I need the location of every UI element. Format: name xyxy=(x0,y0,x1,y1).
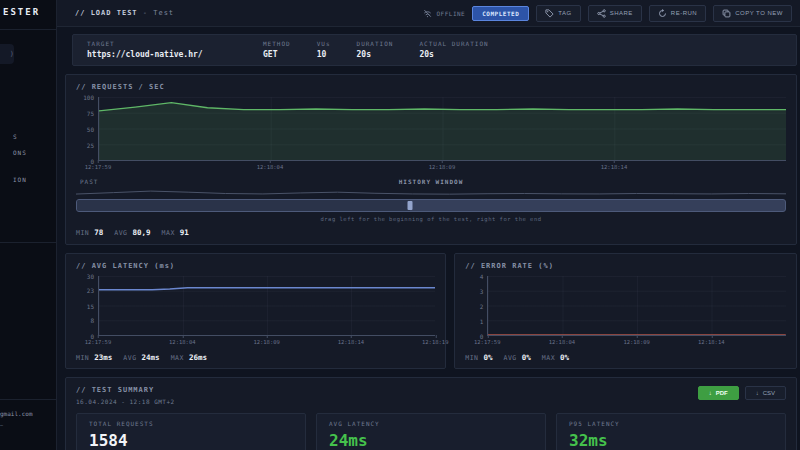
latency-line-series xyxy=(99,276,435,335)
secondary-charts-row: // AVG LATENCY (ms) 30231580 12:17:5912:… xyxy=(65,245,797,369)
requests-y-axis: 1007550250 xyxy=(76,97,98,161)
max-label: MAX xyxy=(542,354,555,362)
summary-title-block: // TEST SUMMARY 16.04.2024 - 12:18 GMT+2 xyxy=(76,386,175,405)
download-icon: ↓ xyxy=(756,390,759,396)
pdf-button-label: PDF xyxy=(716,390,728,396)
error-rate-panel: // ERROR RATE (%) 43210 12:17:5912:18:04… xyxy=(454,253,797,369)
error-x-axis: 12:17:5912:18:0412:18:0912:18:14 xyxy=(487,336,786,347)
error-chart-title: // ERROR RATE (%) xyxy=(465,262,786,270)
sidebar-cutoff-chip[interactable]: ) xyxy=(0,44,14,64)
target-header: TARGET xyxy=(87,40,237,47)
total-requests-card: TOTAL REQUESTS 1584 xyxy=(76,413,306,450)
vus-column: VUs 10 xyxy=(317,40,331,59)
summary-actions: ↓ PDF ↓ CSV xyxy=(698,386,786,400)
duration-value: 20s xyxy=(357,50,394,59)
share-button-label: SHARE xyxy=(610,10,633,16)
avg-latency-card: AVG LATENCY 24ms xyxy=(316,413,546,450)
history-sparkline xyxy=(76,188,786,199)
avg-latency-value: 24ms xyxy=(329,431,533,450)
latency-min-value: 23ms xyxy=(94,353,112,362)
sidebar-item-fragment-1[interactable]: S xyxy=(13,133,18,140)
target-value: https://cloud-native.hr/ xyxy=(87,50,237,59)
summary-title: // TEST SUMMARY xyxy=(76,386,175,394)
history-window-label: HISTORY WINDOW xyxy=(399,178,464,185)
sidebar-divider xyxy=(0,29,56,30)
download-csv-button[interactable]: ↓ CSV xyxy=(745,386,786,400)
actual-duration-column: ACTUAL DURATION 20s xyxy=(419,40,488,59)
method-header: METHOD xyxy=(263,40,291,47)
requests-x-axis: 12:17:5912:18:0412:18:0912:18:14 xyxy=(98,161,786,172)
history-slider-hint: drag left for the beginning of the test,… xyxy=(76,216,786,222)
error-max-value: 0% xyxy=(560,353,569,362)
share-button[interactable]: SHARE xyxy=(588,5,642,22)
history-header: PAST HISTORY WINDOW xyxy=(76,178,786,188)
error-min-value: 0% xyxy=(484,353,493,362)
rerun-button[interactable]: RE-RUN xyxy=(649,5,706,22)
user-email-fragment: gmail.com xyxy=(0,410,33,417)
latency-avg-value: 24ms xyxy=(142,353,160,362)
error-line-series xyxy=(488,276,786,335)
summary-cards: TOTAL REQUESTS 1584 AVG LATENCY 24ms P95… xyxy=(76,413,786,450)
download-pdf-button[interactable]: ↓ PDF xyxy=(698,386,739,400)
user-role-fragment: … xyxy=(0,421,3,427)
latency-y-axis: 30231580 xyxy=(76,276,98,336)
download-icon: ↓ xyxy=(709,390,712,396)
sidebar-divider xyxy=(0,242,56,243)
avg-latency-panel: // AVG LATENCY (ms) 30231580 12:17:5912:… xyxy=(65,253,446,369)
summary-date: 16.04.2024 - 12:18 GMT+2 xyxy=(76,398,175,405)
requests-min-value: 78 xyxy=(94,228,103,237)
avg-label: AVG xyxy=(114,229,127,237)
sidebar-divider xyxy=(0,399,56,400)
latency-x-axis: 12:17:5912:18:0412:18:0912:18:1412:18:19 xyxy=(98,336,435,347)
status-badge: COMPLETED xyxy=(472,6,529,21)
error-stats: MIN0% AVG0% MAX0% xyxy=(465,353,786,362)
tag-button[interactable]: TAG xyxy=(536,5,580,22)
actual-duration-header: ACTUAL DURATION xyxy=(419,40,488,47)
requests-line-series xyxy=(99,97,786,160)
duration-column: DURATION 20s xyxy=(357,40,394,59)
total-requests-value: 1584 xyxy=(89,431,293,450)
content: TARGET https://cloud-native.hr/ METHOD G… xyxy=(57,27,800,450)
min-label: MIN xyxy=(465,354,478,362)
history-window-slider[interactable] xyxy=(76,199,786,212)
target-info-panel: TARGET https://cloud-native.hr/ METHOD G… xyxy=(72,34,797,66)
latency-chart: 30231580 xyxy=(76,276,435,336)
actual-duration-value: 20s xyxy=(419,50,488,59)
offline-indicator: OFFLINE xyxy=(423,9,465,18)
page-title-suffix: - Test xyxy=(143,9,174,17)
wifi-off-icon xyxy=(423,9,432,18)
target-column: TARGET https://cloud-native.hr/ xyxy=(87,40,237,59)
topbar-actions: OFFLINE COMPLETED TAG SHARE xyxy=(423,5,792,22)
requests-chart: 1007550250 xyxy=(76,97,786,161)
latency-stats: MIN23ms AVG24ms MAX26ms xyxy=(76,353,435,362)
vus-value: 10 xyxy=(317,50,331,59)
requests-plot-area xyxy=(98,97,786,161)
sidebar-item-fragment-2[interactable]: ONS xyxy=(13,149,27,156)
tag-icon xyxy=(545,9,554,18)
method-column: METHOD GET xyxy=(263,40,291,59)
error-plot-area xyxy=(487,276,786,336)
p95-latency-value: 32ms xyxy=(569,431,773,450)
csv-button-label: CSV xyxy=(763,390,775,396)
error-avg-value: 0% xyxy=(522,353,531,362)
copy-to-new-button[interactable]: COPY TO NEW xyxy=(713,5,792,22)
method-value: GET xyxy=(263,50,291,59)
avg-label: AVG xyxy=(504,354,517,362)
duration-header: DURATION xyxy=(357,40,394,47)
rerun-button-label: RE-RUN xyxy=(671,10,697,16)
sidebar-item-fragment-3[interactable]: ION xyxy=(13,176,27,183)
min-label: MIN xyxy=(76,229,89,237)
page-title: // LOAD TEST - Test xyxy=(75,9,174,17)
vus-header: VUs xyxy=(317,40,331,47)
history-slider-handle[interactable] xyxy=(407,201,412,210)
history-past-label: PAST xyxy=(80,178,98,185)
total-requests-label: TOTAL REQUESTS xyxy=(89,420,293,427)
requests-chart-title: // REQUESTS / SEC xyxy=(76,83,786,91)
p95-latency-label: P95 LATENCY xyxy=(569,420,773,427)
max-label: MAX xyxy=(162,229,175,237)
offline-label: OFFLINE xyxy=(436,10,465,17)
summary-header: // TEST SUMMARY 16.04.2024 - 12:18 GMT+2… xyxy=(76,386,786,405)
error-chart: 43210 xyxy=(465,276,786,336)
history-slider-past-segment xyxy=(77,200,410,211)
p95-latency-card: P95 LATENCY 32ms xyxy=(556,413,786,450)
